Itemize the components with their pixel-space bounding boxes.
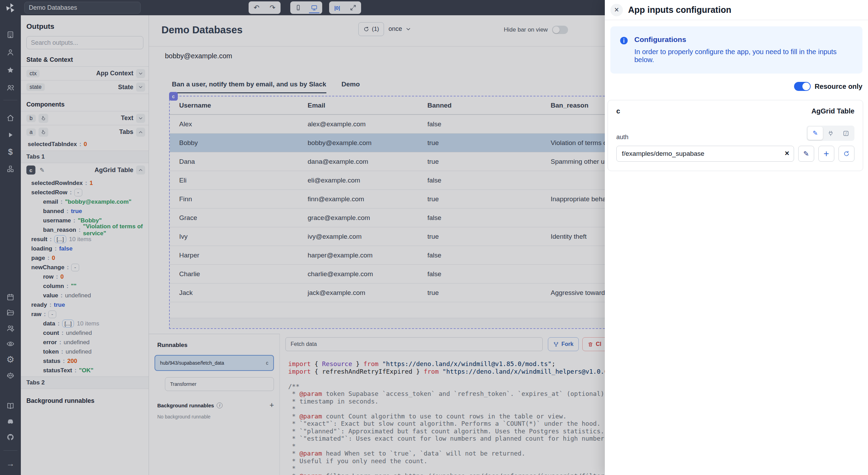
info-icon <box>619 36 628 45</box>
plus-icon: + <box>824 149 829 159</box>
clear-input-icon[interactable]: × <box>785 149 789 158</box>
function-icon: f <box>843 130 849 137</box>
drawer-backdrop[interactable] <box>0 0 605 475</box>
drawer-title: App inputs configuration <box>628 5 731 15</box>
pencil-icon: ✎ <box>812 129 818 137</box>
info-title: Configurations <box>634 35 853 44</box>
edit-resource-button[interactable]: ✎ <box>798 146 814 162</box>
component-input-card: c AgGrid Table auth ✎ f × ✎ + <box>608 100 863 171</box>
resource-only-row: Resource only <box>610 82 862 91</box>
card-component-id: c <box>616 107 620 115</box>
card-component-type: AgGrid Table <box>811 107 854 115</box>
refresh-icon <box>843 150 850 157</box>
resource-path-input[interactable] <box>616 146 794 162</box>
info-body: In order to properly configure the app, … <box>634 48 853 64</box>
refresh-resource-button[interactable] <box>838 146 854 162</box>
resource-only-label: Resource only <box>815 83 862 91</box>
drawer-header: × App inputs configuration <box>605 0 868 20</box>
configurations-info-box: Configurations In order to properly conf… <box>610 26 862 74</box>
input-mode-segmented-control: ✎ f <box>807 126 854 141</box>
add-resource-button[interactable]: + <box>818 146 834 162</box>
static-mode-button[interactable]: ✎ <box>808 127 823 140</box>
svg-text:f: f <box>845 132 847 135</box>
eval-mode-button[interactable]: f <box>838 127 853 140</box>
connect-mode-button[interactable] <box>823 127 838 140</box>
windmill-app-editor: ↶ ↷ |0| $⚙→ Outputs State & Context ctx … <box>0 0 868 475</box>
field-label: auth <box>616 134 628 141</box>
pencil-icon: ✎ <box>803 150 809 158</box>
plug-icon <box>827 130 834 137</box>
close-icon[interactable]: × <box>610 4 623 16</box>
app-inputs-drawer: × App inputs configuration Configuration… <box>605 0 868 475</box>
resource-only-toggle[interactable] <box>794 82 811 91</box>
